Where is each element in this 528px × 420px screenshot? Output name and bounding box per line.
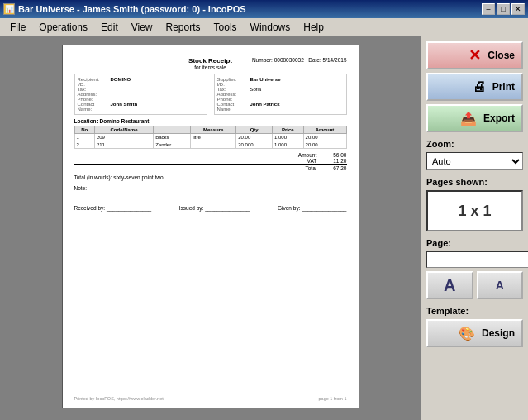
row2-code: 211 xyxy=(94,141,153,149)
note-label: Note: xyxy=(74,185,88,191)
maximize-button[interactable]: □ xyxy=(497,3,510,15)
template-label: Template: xyxy=(426,306,523,316)
document-page: Number: 0008030032 Date: 5/14/2015 Stock… xyxy=(62,45,359,408)
close-label: Close xyxy=(488,50,515,61)
row1-name: Backs xyxy=(154,134,191,141)
sup-contact-row: Contact Name: John Patrick xyxy=(217,102,344,112)
close-window-button[interactable]: ✕ xyxy=(511,3,525,15)
menu-tools[interactable]: Tools xyxy=(207,20,244,35)
row1-no: 1 xyxy=(74,134,94,141)
row1-qty: 20.00 xyxy=(236,134,273,141)
table-row: 2 211 Zander 20.000 1.000 20.00 xyxy=(74,141,346,149)
total-row: Total 67.20 xyxy=(74,164,347,171)
font-increase-button[interactable]: A xyxy=(426,271,473,299)
recipient-value: DOMINO xyxy=(111,77,131,82)
menu-help[interactable]: Help xyxy=(297,20,331,35)
title-bar: 📊 Bar Universe - James Smith (password: … xyxy=(0,0,528,18)
row2-no: 2 xyxy=(74,141,94,149)
design-button[interactable]: 🎨 Design xyxy=(426,319,523,347)
row2-price: 1.000 xyxy=(273,141,304,149)
export-icon: 📤 xyxy=(460,111,477,126)
font-size-buttons: A A xyxy=(426,271,523,299)
col-measure: Measure xyxy=(191,126,236,134)
doc-words: Total (in words): sixty-seven point two xyxy=(74,174,347,180)
vat-label: VAT xyxy=(307,158,317,164)
page-label: Page: xyxy=(426,238,523,248)
main-layout: Number: 0008030032 Date: 5/14/2015 Stock… xyxy=(0,36,528,420)
menu-windows[interactable]: Windows xyxy=(244,20,297,35)
app-icon: 📊 xyxy=(3,3,15,15)
footer-right: page 1 from 1 xyxy=(319,396,347,401)
doc-number-date: Number: 0008030032 Date: 5/14/2015 xyxy=(252,57,347,63)
close-x-icon: ✕ xyxy=(469,46,481,64)
menu-operations[interactable]: Operations xyxy=(32,20,94,35)
export-button[interactable]: 📤 Export xyxy=(426,104,523,132)
menu-reports[interactable]: Reports xyxy=(159,20,207,35)
menu-view[interactable]: View xyxy=(125,20,159,35)
minimize-button[interactable]: – xyxy=(482,3,495,15)
words-label: Total (in words): xyxy=(74,174,112,180)
doc-number: Number: 0008030032 xyxy=(252,57,304,63)
zoom-select[interactable]: Auto 25% 50% 75% 100% 150% 200% xyxy=(426,152,523,170)
menu-file[interactable]: File xyxy=(3,20,32,35)
footer-left: Printed by IncoPOS, https://www.eladder.… xyxy=(74,396,164,401)
pages-shown-value: 1 x 1 xyxy=(426,190,523,231)
items-table: No Code/Name Measure Qty Price Amount 1 … xyxy=(74,126,347,149)
row1-measure: litre xyxy=(191,134,236,141)
sup-tax-value: Sofia xyxy=(250,87,262,92)
doc-signatures: Received by: _______________ Issued by: … xyxy=(74,203,347,211)
col-qty: Qty xyxy=(236,126,273,134)
print-label: Print xyxy=(492,81,515,93)
total-label: Total xyxy=(305,165,316,171)
rec-contact-label: Contact Name: xyxy=(78,102,111,112)
design-label: Design xyxy=(482,327,515,339)
page-input-row: ▲ ▼ xyxy=(426,251,523,268)
vat-value: 11.20 xyxy=(333,158,346,164)
received-by: Received by: _______________ xyxy=(74,205,152,211)
font-decrease-button[interactable]: A xyxy=(477,271,524,299)
rec-contact-row: Contact Name: John Smith xyxy=(78,102,204,112)
words-value: sixty-seven point two xyxy=(113,174,163,180)
export-label: Export xyxy=(483,112,515,124)
doc-location: Location: Domino Restaurant xyxy=(74,118,347,124)
issued-by: Issued by: _______________ xyxy=(179,205,250,211)
col-amount: Amount xyxy=(303,126,346,134)
doc-totals: Amount 56.00 VAT 11.20 Total 67.20 xyxy=(74,152,347,171)
sup-contact-label: Contact Name: xyxy=(217,102,250,112)
sup-contact-value: John Patrick xyxy=(250,102,280,112)
col-no: No xyxy=(74,126,94,134)
row2-qty: 20.000 xyxy=(236,141,273,149)
pages-shown-label: Pages shown: xyxy=(426,177,523,187)
total-value: 67.20 xyxy=(333,165,346,171)
print-icon: 🖨 xyxy=(473,79,486,94)
print-button[interactable]: 🖨 Print xyxy=(426,73,523,101)
doc-footer: Printed by IncoPOS, https://www.eladder.… xyxy=(74,396,347,401)
supplier-value: Bar Universe xyxy=(250,77,281,82)
amount-value: 56.00 xyxy=(333,152,346,158)
window-title: Bar Universe - James Smith (password: 0)… xyxy=(18,4,246,14)
given-by: Given by: _______________ xyxy=(278,205,347,211)
vat-row: VAT 11.20 xyxy=(74,158,347,164)
doc-parties: Recipient: DOMINO I/D: Tax: Address: xyxy=(74,74,347,115)
amount-row: Amount 56.00 xyxy=(74,152,347,158)
rec-contact-value: John Smith xyxy=(111,102,138,112)
doc-date: Date: 5/14/2015 xyxy=(308,57,346,63)
table-row: 1 209 Backs litre 20.00 1.000 20.00 xyxy=(74,134,346,141)
window-controls: – □ ✕ xyxy=(482,3,525,15)
row1-code: 209 xyxy=(94,134,153,141)
row2-name: Zander xyxy=(154,141,191,149)
menu-bar: File Operations Edit View Reports Tools … xyxy=(0,18,528,36)
supplier-party: Supplier: Bar Universe I/D: Tax: Sofia A… xyxy=(214,74,347,115)
zoom-label: Zoom: xyxy=(426,139,523,149)
design-icon: 🎨 xyxy=(459,326,475,341)
right-panel: ✕ Close 🖨 Print 📤 Export Zoom: Auto 25% … xyxy=(421,36,528,420)
col-price: Price xyxy=(273,126,304,134)
row2-amount: 20.00 xyxy=(303,141,346,149)
close-button[interactable]: ✕ Close xyxy=(426,41,523,69)
row1-price: 1.000 xyxy=(273,134,304,141)
menu-edit[interactable]: Edit xyxy=(94,20,125,35)
page-number-input[interactable] xyxy=(426,251,528,268)
col-empty xyxy=(154,126,191,134)
row1-amount: 20.00 xyxy=(303,134,346,141)
row2-measure xyxy=(191,141,236,149)
